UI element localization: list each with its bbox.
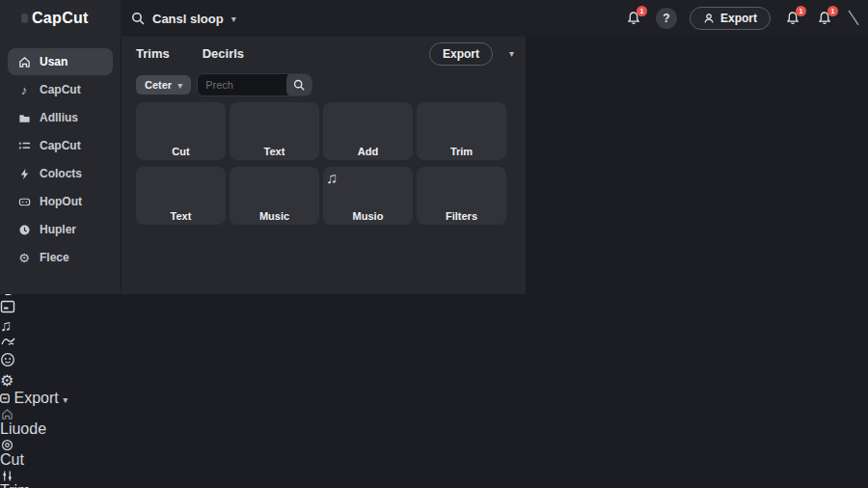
sidebar-item-label: Colocts (40, 167, 82, 180)
notification-bell-button-2[interactable]: 1 (783, 9, 802, 28)
tab-decirls[interactable]: Decirls (203, 46, 244, 61)
asset-card-text-2[interactable]: Text (136, 167, 226, 225)
export-label: Export (720, 12, 757, 25)
export-label: Export (14, 390, 58, 406)
tab-trims[interactable]: Trims (136, 46, 170, 61)
settings-gear-button[interactable]: ⚙ (0, 371, 868, 390)
sidebar-item-label: Adllius (40, 111, 78, 124)
notification-bell-button[interactable]: 1 (624, 9, 643, 28)
global-search[interactable]: Cansl sloop ▾ (131, 0, 236, 37)
asset-label: Musio (326, 208, 410, 223)
sidebar-item-adllius[interactable]: Adllius (8, 104, 113, 131)
sidebar-item-capcut[interactable]: ♪ CapCut (8, 76, 113, 103)
asset-label: Music (232, 208, 316, 223)
sidebar-item-label: HopOut (40, 195, 82, 208)
notification-badge: 1 (796, 6, 806, 16)
logo-icon (21, 14, 28, 23)
folder-icon (17, 111, 31, 124)
gear-icon: ⚙ (17, 251, 31, 264)
asset-label: Cut (139, 144, 223, 158)
sticker-button[interactable] (0, 352, 868, 371)
sidebar-item-flece[interactable]: ⚙ Flece (8, 244, 113, 271)
music-note-icon: ♪ (17, 83, 31, 96)
search-icon (131, 12, 145, 25)
capcut-app: CapCut Cansl sloop ▾ 1 ? Export 1 1 (0, 0, 868, 488)
asset-card-music[interactable]: Music (230, 167, 319, 225)
chevron-down-icon: ▾ (231, 14, 236, 24)
avatar-partial-icon (847, 9, 860, 28)
sidebar-item-label: Usan (40, 55, 68, 68)
app-logo: CapCut (32, 10, 89, 27)
sidebar-item-label: Flece (40, 251, 69, 264)
home-icon (17, 55, 31, 68)
help-button[interactable]: ? (656, 8, 677, 29)
asset-label: Filters (420, 208, 503, 223)
asset-label: Text (232, 144, 316, 158)
tl-item-liuode[interactable]: Liuode (0, 407, 868, 438)
asset-card-musio[interactable]: ♫Musio (323, 167, 413, 225)
main-sidebar: Usan ♪ CapCut Adllius CapCut Colocts Hop… (0, 37, 121, 294)
export-button-top[interactable]: Export (690, 7, 771, 30)
library-panel: Trims Decirls Export ▾ Ceter ▾ Cut Text … (121, 37, 526, 294)
tl-item-trim[interactable]: Trim (0, 469, 868, 488)
asset-card-add[interactable]: Add (323, 102, 413, 160)
top-bar: CapCut Cansl sloop ▾ 1 ? Export 1 1 (0, 0, 868, 37)
person-icon (703, 13, 715, 24)
clock-icon (17, 223, 31, 236)
asset-card-cut[interactable]: Cut (136, 102, 226, 160)
sidebar-item-usan[interactable]: Usan (8, 48, 113, 75)
tl-item-label: Cut (0, 451, 24, 468)
asset-label: Text (139, 208, 223, 223)
home-icon (0, 407, 14, 420)
topbar-actions: 1 ? Export 1 1 (624, 0, 860, 37)
sidebar-item-label: Hupler (40, 223, 76, 236)
sliders-icon (0, 469, 14, 482)
export-caret-icon[interactable]: ▾ (509, 48, 514, 59)
asset-thumbnail: ♫ (326, 170, 410, 208)
search-icon (293, 79, 305, 91)
tl-item-cut[interactable]: Cut (0, 438, 868, 469)
asset-card-filters[interactable]: Filters (417, 167, 506, 225)
timeline-sidebar: Liuode Cut Trim CapCut Text Ans (0, 407, 868, 488)
tl-item-label: Liuode (0, 420, 46, 437)
library-search-button[interactable] (286, 73, 312, 96)
asset-thumbnail (326, 105, 410, 144)
sidebar-item-hopout[interactable]: HopOut (8, 188, 113, 215)
lightning-icon (17, 167, 31, 180)
export-box-icon (0, 390, 10, 406)
notification-bell-button-3[interactable]: 1 (815, 9, 834, 28)
asset-card-trim[interactable]: Trim (417, 102, 506, 160)
sidebar-item-colocts[interactable]: Colocts (8, 160, 113, 187)
asset-grid: Cut Text Add Trim Text Music ♫Musio Filt… (136, 102, 506, 225)
sidebar-item-hupler[interactable]: Hupler (8, 216, 113, 243)
export-button-toolbar[interactable]: Export ▾ (0, 390, 868, 407)
robot-icon (17, 195, 31, 208)
asset-thumbnail (420, 105, 503, 144)
effects-wave-button[interactable] (0, 335, 868, 352)
category-dropdown[interactable]: Ceter ▾ (136, 75, 191, 95)
beamed-note-icon: ♫ (326, 170, 338, 186)
library-search-input[interactable] (198, 79, 286, 91)
export-button-library[interactable]: Export (429, 42, 493, 66)
asset-thumbnail (232, 170, 316, 208)
logo-area: CapCut (0, 0, 121, 37)
export-label: Export (443, 47, 479, 61)
frame-box-button[interactable] (0, 300, 868, 317)
search-label: Cansl sloop (152, 12, 224, 26)
target-icon (0, 438, 14, 451)
sidebar-item-capcut-2[interactable]: CapCut (8, 132, 113, 159)
notification-badge: 1 (827, 6, 838, 16)
chevron-down-icon: ▾ (63, 394, 68, 405)
sidebar-item-label: CapCut (40, 139, 81, 152)
asset-thumbnail (420, 170, 503, 208)
asset-label: Trim (420, 144, 503, 158)
asset-thumbnail (139, 105, 223, 144)
beamed-note-button[interactable]: ♫ (0, 317, 868, 335)
chevron-down-icon: ▾ (177, 80, 182, 91)
asset-label: Add (326, 144, 410, 158)
library-tabs: Trims Decirls (136, 46, 244, 61)
notification-badge: 1 (637, 6, 647, 16)
asset-card-text[interactable]: Text (230, 102, 319, 160)
library-filter-row: Ceter ▾ (136, 73, 312, 96)
timeline-area: Liuode Cut Trim CapCut Text Ans 7-1003 (0, 407, 868, 488)
